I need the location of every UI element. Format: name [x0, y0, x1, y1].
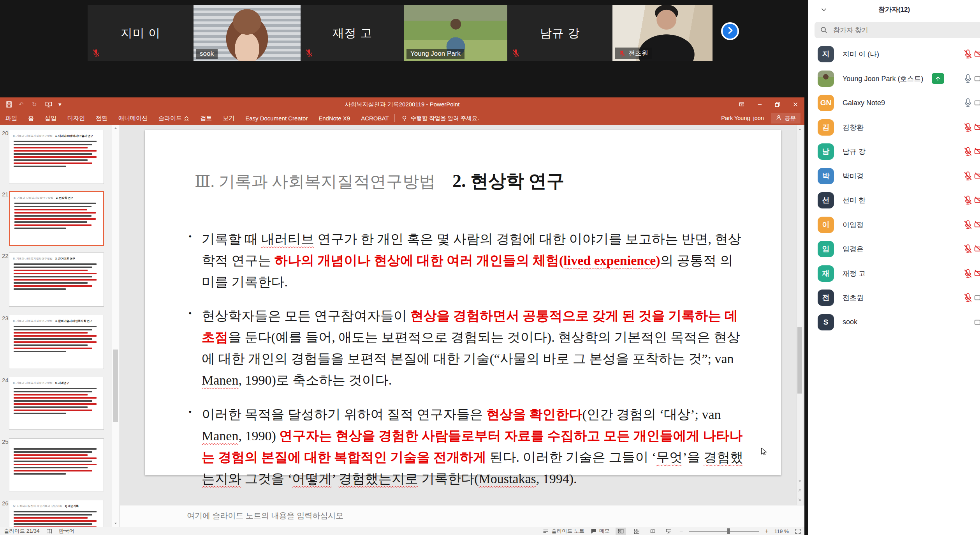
scrollbar-thumb[interactable]	[797, 327, 802, 394]
participant-video-tile[interactable]: sook	[194, 5, 301, 61]
scroll-up-icon[interactable]	[797, 125, 803, 134]
participant-row[interactable]: 선 선미 한	[808, 188, 980, 213]
participant-row[interactable]: 남 남규 강	[808, 139, 980, 164]
participant-name: 이임정	[843, 220, 864, 230]
search-input[interactable]	[832, 22, 962, 39]
notes-placeholder: 여기에 슬라이드 노트의 내용을 입력하십시오	[187, 510, 343, 521]
prev-slide-icon[interactable]	[797, 486, 803, 495]
slide-thumbnail[interactable]: 20 Ⅲ. 기록과 사회복지질적연구방법 1. 내러티브/생애사/구술사 연구	[0, 130, 112, 184]
next-slide-icon[interactable]	[797, 495, 803, 504]
mic-muted-icon	[963, 293, 973, 303]
text-run: , 1990)로 축소하는 것이다.	[238, 373, 392, 387]
fit-window-icon[interactable]	[795, 528, 801, 535]
ribbon-options-icon[interactable]	[733, 97, 751, 111]
scrollbar-thumb[interactable]	[113, 350, 118, 422]
slide-thumbnail[interactable]: 21 Ⅲ. 기록과 사회복지질적연구방법 2. 현상학 연구	[0, 191, 112, 246]
notes-toggle-button[interactable]: 슬라이드 노트	[542, 528, 584, 535]
text-run: 기록할 때	[202, 232, 261, 246]
ribbon-tab[interactable]: 애니메이션	[113, 111, 153, 125]
participant-row[interactable]: 이 이임정	[808, 213, 980, 237]
ribbon-tab[interactable]: 디자인	[62, 111, 90, 125]
ribbon-tab[interactable]: 전환	[90, 111, 113, 125]
ribbon-tab[interactable]: 보기	[217, 111, 240, 125]
thumb-title-gray: Ⅲ. 기록과 사회복지질적연구방법	[14, 196, 53, 199]
slide-thumbnail[interactable]: 22 Ⅲ. 기록과 사회복지질적연구방법 3. 근거이론 연구	[0, 252, 112, 307]
participant-video-tile[interactable]: 재정 고	[301, 5, 404, 61]
bullet-marker: •	[188, 404, 202, 489]
avatar: GN	[818, 95, 834, 111]
powerpoint-window: ↶ ↻ ▾ 사회복지실천과 기록20200119 - PowerPoint 파일…	[0, 97, 804, 535]
zoom-slider[interactable]	[689, 528, 759, 534]
slideshow-view-button[interactable]	[663, 528, 674, 535]
participant-video-tile[interactable]: 전초원	[612, 5, 713, 61]
participant-row[interactable]: 김 김창환	[808, 115, 980, 140]
slide-scrollbar[interactable]	[796, 125, 803, 505]
zoom-in-icon[interactable]: +	[765, 528, 768, 535]
participant-row[interactable]: 지 지미 이 (나)	[808, 42, 980, 67]
thumb-title-gray: Ⅲ. 기록과 사회복지질적연구방법	[13, 381, 53, 384]
ribbon-tab[interactable]: 검토	[195, 111, 217, 125]
thumb-title-gray: Ⅲ. 기록과 사회복지질적연구방법	[13, 134, 53, 137]
ribbon-tab[interactable]: ACROBAT	[355, 111, 394, 125]
participant-video-tile[interactable]: Young Joon Park	[404, 5, 507, 61]
scroll-down-icon[interactable]	[797, 476, 803, 486]
text-run: 그것을 ‘	[241, 471, 292, 486]
text-run: Manen	[202, 373, 238, 387]
participant-row[interactable]: S sook	[808, 310, 980, 335]
save-icon[interactable]	[5, 101, 12, 108]
slide-thumbnail[interactable]: 24 Ⅲ. 기록과 사회복지질적연구방법 5. 사례연구	[0, 377, 112, 430]
ribbon-tab[interactable]: 슬라이드 쇼	[153, 111, 195, 125]
participant-video-tile[interactable]: 남규 강	[507, 5, 612, 61]
participant-row[interactable]: Young Joon Park (호스트)	[808, 67, 980, 91]
participant-video-tile[interactable]: 지미 이	[88, 5, 194, 61]
qat-dropdown-icon[interactable]: ▾	[58, 101, 65, 108]
participant-list: 지 지미 이 (나) Young Joon Park (호스트)	[808, 42, 980, 334]
name-chip: sook	[196, 49, 218, 59]
slide-thumbnail[interactable]: 26 Ⅳ. 사회복지실천의 개인기록과 상담기록 1) 개인기록	[0, 500, 112, 527]
notes-pane[interactable]: 여기에 슬라이드 노트의 내용을 입력하십시오	[120, 505, 804, 527]
slide-thumbnail[interactable]: 23 Ⅲ. 기록과 사회복지질적연구방법 4. 문화기술지/새민족지학 연구	[0, 315, 112, 369]
share-button[interactable]: 공유	[771, 113, 801, 124]
ribbon-tab[interactable]: EndNote X9	[313, 111, 355, 125]
avatar: 남	[818, 143, 834, 160]
reading-view-button[interactable]	[647, 528, 658, 535]
participant-row[interactable]: 전 전초원	[808, 286, 980, 310]
language-indicator[interactable]: 한국어	[59, 528, 75, 535]
slide-canvas[interactable]: Ⅲ. 기록과 사회복지질적연구방법2. 현상학 연구 • 기록할 때 내러티브 …	[145, 130, 781, 475]
memo-toggle-button[interactable]: 메모	[590, 528, 610, 535]
start-slideshow-icon[interactable]	[45, 101, 52, 108]
zoom-level[interactable]: 119 %	[774, 528, 789, 534]
slide-thumbnail[interactable]: 25	[0, 438, 112, 491]
participant-row[interactable]: GN Galaxy Note9	[808, 91, 980, 115]
text-run: 경험했는지로	[339, 471, 418, 486]
ribbon-tab[interactable]: 홈	[23, 111, 39, 125]
participant-name-label: sook	[200, 50, 214, 58]
ribbon-tab[interactable]: 파일	[0, 111, 23, 125]
close-button[interactable]	[786, 97, 804, 111]
zoom-slider-thumb[interactable]	[727, 528, 730, 534]
thumbnail-scrollbar[interactable]	[112, 125, 119, 527]
next-videos-button[interactable]	[721, 22, 739, 40]
spellcheck-icon[interactable]	[46, 528, 53, 535]
redo-icon[interactable]: ↻	[32, 101, 39, 108]
participant-search-box[interactable]	[815, 22, 980, 38]
account-name[interactable]: Park Young_joon	[721, 115, 764, 121]
participant-row[interactable]: 재 재정 고	[808, 261, 980, 286]
minimize-button[interactable]	[751, 97, 769, 111]
participant-row[interactable]: 박 박미경	[808, 164, 980, 189]
slide-thumbnail-preview	[9, 438, 104, 491]
restore-button[interactable]	[769, 97, 786, 111]
zoom-out-icon[interactable]: −	[679, 528, 683, 535]
mic-muted-icon	[512, 49, 520, 57]
participant-row[interactable]: 임 임경은	[808, 237, 980, 261]
ribbon-tab[interactable]: Easy Document Creator	[240, 111, 313, 125]
undo-icon[interactable]: ↶	[19, 101, 26, 108]
status-bar: 슬라이드 21/34 한국어 슬라이드 노트 메모 − +	[0, 527, 804, 535]
scroll-down-icon[interactable]	[112, 520, 119, 527]
slide-sorter-view-button[interactable]	[632, 528, 642, 535]
tell-me-box[interactable]: 수행할 작업을 알려 주세요.	[394, 114, 479, 122]
normal-view-button[interactable]	[616, 528, 626, 535]
ribbon-tab[interactable]: 삽입	[39, 111, 62, 125]
scroll-up-icon[interactable]	[112, 125, 119, 132]
slide-indicator: 슬라이드 21/34	[4, 528, 40, 535]
